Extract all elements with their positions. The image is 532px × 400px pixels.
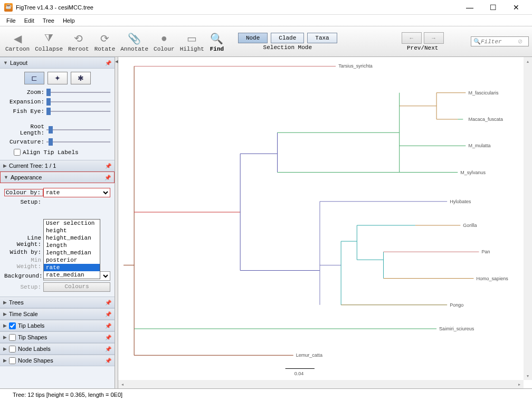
svg-text:M_fascicularis: M_fascicularis bbox=[468, 90, 499, 96]
prev-next-label: Prev/Next bbox=[407, 45, 438, 51]
tipshapes-checkbox[interactable] bbox=[9, 334, 16, 341]
zoom-slider[interactable] bbox=[46, 89, 110, 96]
nodeshapes-panel-head[interactable]: ▶Node Shapes📌 bbox=[0, 355, 115, 366]
triangle-right-icon: ▶ bbox=[3, 163, 7, 168]
rotate-button[interactable]: ⟳Rotate bbox=[92, 30, 118, 53]
radial-layout-button[interactable]: ✱ bbox=[71, 72, 91, 84]
dropdown-option[interactable]: posterior bbox=[44, 256, 100, 264]
colours-button[interactable]: Colours bbox=[43, 282, 110, 292]
tree-canvas[interactable]: Tarsius_syrichta M_fascicularis Macaca_f… bbox=[118, 57, 532, 388]
dropdown-option[interactable]: rate bbox=[44, 264, 100, 271]
svg-text:Pan: Pan bbox=[482, 249, 490, 254]
cartoon-button[interactable]: ◀Cartoon bbox=[3, 30, 32, 53]
collapse-button[interactable]: ⧩Collapse bbox=[33, 30, 65, 53]
align-tips-label: Align Tip Labels bbox=[23, 149, 79, 156]
menu-help[interactable]: Help bbox=[59, 16, 79, 25]
statusbar: Tree: 12 tips [height = 0.365, length = … bbox=[0, 388, 532, 400]
pin-icon[interactable]: 📌 bbox=[105, 60, 111, 66]
prev-button[interactable]: ← bbox=[402, 32, 422, 44]
nodelabels-panel-head[interactable]: ▶Node Labels📌 bbox=[0, 343, 115, 355]
horizontal-scrollbar[interactable]: ◂ ▸ bbox=[118, 380, 524, 388]
tipshapes-panel-head[interactable]: ▶Tip Shapes📌 bbox=[0, 331, 115, 343]
expansion-slider[interactable] bbox=[46, 98, 110, 106]
zoom-label: Zoom: bbox=[4, 89, 46, 96]
curvature-slider[interactable] bbox=[46, 138, 110, 146]
root-length-slider[interactable] bbox=[46, 126, 110, 134]
titlebar: FigTree v1.4.3 - cesiMCC.tree — ☐ ✕ bbox=[0, 0, 532, 15]
next-button[interactable]: → bbox=[424, 32, 444, 44]
svg-text:M_sylvanus: M_sylvanus bbox=[460, 170, 486, 175]
clear-icon[interactable]: ⊘ bbox=[518, 38, 522, 45]
menu-file[interactable]: File bbox=[2, 16, 20, 25]
min-weight-label: Min Weight: bbox=[4, 257, 43, 270]
align-tips-checkbox[interactable] bbox=[14, 149, 21, 156]
colour-by-label: Colour by: bbox=[4, 189, 43, 196]
trees-panel-head[interactable]: ▶Trees📌 bbox=[0, 297, 115, 308]
menu-edit[interactable]: Edit bbox=[20, 16, 39, 25]
triangle-down-icon: ▼ bbox=[4, 175, 8, 180]
scroll-down-icon[interactable]: ▾ bbox=[524, 372, 532, 380]
vertical-scrollbar[interactable]: ▴ ▾ bbox=[524, 57, 532, 380]
dropdown-option[interactable]: length bbox=[44, 242, 100, 249]
pin-icon[interactable]: 📌 bbox=[105, 163, 111, 169]
annotate-button[interactable]: 📎Annotate bbox=[118, 30, 150, 53]
nodeshapes-checkbox[interactable] bbox=[9, 357, 16, 364]
taxa-select-button[interactable]: Taxa bbox=[307, 33, 337, 43]
toolbar: ◀Cartoon ⧩Collapse ⟲Reroot ⟳Rotate 📎Anno… bbox=[0, 26, 532, 57]
find-button[interactable]: 🔍Find bbox=[207, 30, 226, 53]
colour-by-dropdown[interactable]: User selection height height_median leng… bbox=[43, 219, 100, 279]
reroot-icon: ⟲ bbox=[71, 31, 86, 46]
search-input[interactable] bbox=[481, 39, 518, 45]
svg-text:Homo_sapiens: Homo_sapiens bbox=[476, 276, 508, 281]
svg-text:Macaca_fuscata: Macaca_fuscata bbox=[468, 117, 504, 122]
fisheye-slider[interactable] bbox=[46, 108, 110, 115]
svg-text:Gorilla: Gorilla bbox=[463, 223, 477, 228]
dropdown-option[interactable]: height_median bbox=[44, 234, 100, 242]
dropdown-option[interactable]: User selection bbox=[44, 220, 100, 227]
expansion-label: Expansion: bbox=[4, 99, 46, 105]
hilight-button[interactable]: ▭Hilight bbox=[178, 30, 206, 53]
clade-select-button[interactable]: Clade bbox=[271, 33, 304, 43]
search-box[interactable]: 🔍 ⊘ bbox=[471, 36, 529, 46]
reroot-button[interactable]: ⟲Reroot bbox=[66, 30, 91, 53]
svg-text:Lemur_catta: Lemur_catta bbox=[296, 353, 323, 358]
setup2-label: Setup: bbox=[4, 284, 43, 290]
sash-left-icon: ◀ bbox=[115, 59, 118, 64]
setup-label: Setup: bbox=[4, 199, 43, 205]
layout-panel-head[interactable]: ▼ Layout 📌 bbox=[0, 57, 115, 69]
tiplabels-panel-head[interactable]: ▶Tip Labels📌 bbox=[0, 320, 115, 331]
colour-button[interactable]: ●Colour bbox=[151, 30, 177, 53]
dropdown-option[interactable]: height bbox=[44, 227, 100, 234]
status-text: Tree: 12 tips [height = 0.365, length = … bbox=[13, 392, 122, 398]
rotate-icon: ⟳ bbox=[97, 31, 112, 46]
dropdown-option[interactable]: length_median bbox=[44, 249, 100, 256]
tiplabels-checkbox[interactable] bbox=[9, 322, 16, 329]
menubar: File Edit Tree Help bbox=[0, 15, 532, 26]
dropdown-option[interactable]: rate_median bbox=[44, 271, 100, 279]
selection-mode-group: Node Clade Taxa Selection Mode bbox=[238, 33, 337, 51]
scroll-left-icon[interactable]: ◂ bbox=[118, 380, 127, 388]
node-select-button[interactable]: Node bbox=[238, 33, 268, 43]
colour-by-select[interactable]: rate bbox=[43, 188, 110, 197]
nodelabels-checkbox[interactable] bbox=[9, 346, 16, 353]
triangle-down-icon: ▼ bbox=[3, 60, 8, 65]
minimize-button[interactable]: — bbox=[458, 0, 481, 15]
svg-text:M_mulatta: M_mulatta bbox=[468, 143, 491, 148]
scroll-right-icon[interactable]: ▸ bbox=[515, 380, 524, 388]
search-icon: 🔍 bbox=[473, 38, 481, 45]
pin-icon[interactable]: 📌 bbox=[104, 175, 111, 180]
rectangular-layout-button[interactable]: ⊏ bbox=[24, 72, 44, 84]
svg-text:Pongo: Pongo bbox=[450, 302, 463, 308]
appearance-panel-head[interactable]: ▼ Appearance 📌 bbox=[0, 172, 115, 183]
polar-layout-button[interactable]: ✦ bbox=[48, 72, 68, 84]
maximize-button[interactable]: ☐ bbox=[481, 0, 505, 15]
scroll-up-icon[interactable]: ▴ bbox=[524, 57, 532, 65]
current-tree-panel-head[interactable]: ▶ Current Tree: 1 / 1 📌 bbox=[0, 160, 115, 172]
menu-tree[interactable]: Tree bbox=[39, 16, 59, 25]
svg-text:Saimiri_sciureus: Saimiri_sciureus bbox=[439, 326, 474, 331]
layout-panel-body: ⊏ ✦ ✱ Zoom: Expansion: Fish Eye: Root Le… bbox=[0, 69, 115, 160]
annotate-icon: 📎 bbox=[127, 31, 142, 46]
close-button[interactable]: ✕ bbox=[505, 0, 528, 15]
selection-mode-label: Selection Mode bbox=[263, 44, 312, 51]
timescale-panel-head[interactable]: ▶Time Scale📌 bbox=[0, 308, 115, 320]
